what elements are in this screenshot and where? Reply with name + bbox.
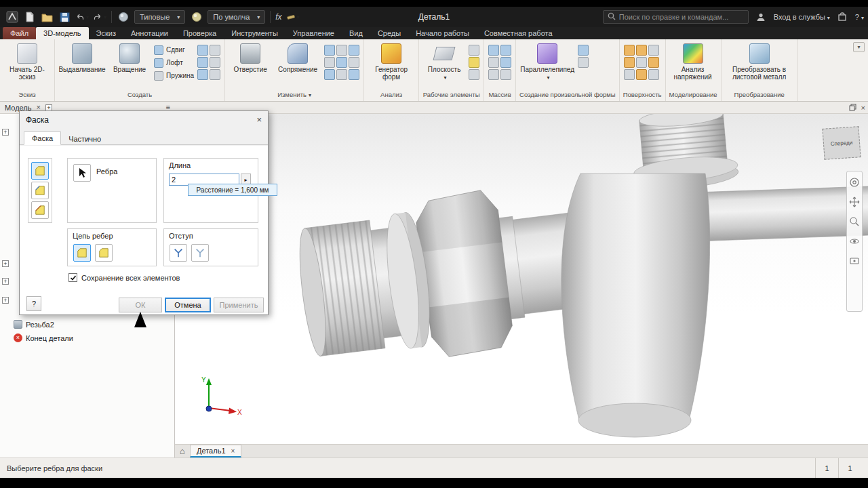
group-label-modify[interactable]: Изменить (227, 91, 361, 101)
pattern-extra2-icon[interactable] (500, 69, 511, 80)
trim-icon[interactable] (648, 45, 659, 56)
patch-icon[interactable] (636, 45, 647, 56)
tab-manage[interactable]: Управление (285, 27, 342, 39)
derive-icon[interactable] (210, 45, 220, 56)
sketch-pattern-icon[interactable] (500, 57, 511, 68)
start-2d-sketch-button[interactable]: Начать 2D-эскиз (4, 42, 50, 81)
convert-sheet-metal-button[interactable]: Преобразовать в листовой металл (726, 42, 793, 81)
zoom-icon[interactable] (849, 216, 860, 228)
tab-inspect[interactable]: Проверка (176, 27, 224, 39)
stitch-icon[interactable] (624, 45, 635, 56)
tab-collaborate[interactable]: Совместная работа (477, 27, 560, 39)
part-model[interactable] (175, 114, 868, 444)
loft-button[interactable]: Лофт (154, 57, 194, 68)
surface-extra2-icon[interactable] (636, 69, 647, 80)
pan-icon[interactable] (849, 197, 860, 209)
tab-environments[interactable]: Среды (370, 27, 408, 39)
orbit-icon[interactable] (849, 236, 860, 248)
fillet-button[interactable]: Сопряжение (275, 42, 321, 73)
shape-generator-button[interactable]: Генератор форм (368, 42, 414, 81)
move-body-icon[interactable] (349, 69, 359, 80)
dialog-tab-partial[interactable]: Частично (61, 133, 108, 145)
store-icon[interactable] (836, 11, 849, 24)
shell-icon[interactable] (336, 45, 347, 56)
app-logo-icon[interactable] (5, 11, 18, 24)
appearance-icon[interactable] (190, 11, 203, 24)
pattern-extra-icon[interactable] (488, 69, 499, 80)
dialog-help-button[interactable]: ? (26, 296, 41, 311)
measure-icon[interactable] (287, 11, 300, 24)
coil-button[interactable]: Пружина (154, 70, 194, 81)
extrude-button[interactable]: Выдавливание (59, 42, 105, 73)
freeform-box-button[interactable]: Параллелепипед (520, 42, 574, 81)
dialog-close-icon[interactable] (256, 115, 262, 124)
select-edges-button[interactable] (73, 164, 91, 182)
cancel-button[interactable]: Отмена (165, 298, 211, 312)
setback-on-button[interactable] (170, 244, 187, 262)
open-folder-icon[interactable] (41, 11, 54, 24)
help-search-box[interactable] (603, 10, 749, 24)
surface-extra3-icon[interactable] (648, 69, 659, 80)
delete-face-icon[interactable] (336, 69, 347, 80)
undo-icon[interactable] (76, 11, 89, 24)
hole-button[interactable]: Отверстие (229, 42, 271, 73)
sign-in-button[interactable]: Вход в службы (774, 13, 830, 21)
tab-view[interactable]: Вид (342, 27, 370, 39)
tree-item-end-of-part[interactable]: Конец детали (14, 333, 73, 342)
close-tab-icon[interactable] (231, 447, 235, 455)
tab-3d-model[interactable]: 3D-модель (36, 27, 88, 39)
tree-expand-icon[interactable] (2, 297, 9, 304)
close-document-icon[interactable]: × (861, 104, 865, 112)
revolve-button[interactable]: Вращение (108, 42, 151, 73)
unwrap-icon[interactable] (197, 69, 208, 80)
freeform-extra-icon[interactable] (578, 45, 589, 56)
freeform-extra2-icon[interactable] (578, 57, 589, 68)
tab-tools[interactable]: Инструменты (224, 27, 285, 39)
split-icon[interactable] (324, 69, 335, 80)
tree-expand-icon[interactable] (2, 129, 9, 136)
full-navigation-wheel-icon[interactable] (849, 177, 860, 189)
chain-edges-button[interactable] (73, 244, 91, 262)
extend-icon[interactable] (636, 57, 647, 68)
decal-icon[interactable] (210, 57, 220, 68)
mirror-icon[interactable] (488, 57, 499, 68)
setback-off-button[interactable] (191, 244, 209, 262)
stress-analysis-button[interactable]: Анализ напряжений (670, 42, 716, 81)
single-edge-button[interactable] (95, 244, 113, 262)
tab-get-started[interactable]: Начало работы (408, 27, 477, 39)
help-menu-button[interactable]: ? (855, 13, 864, 21)
chamfer-icon[interactable] (324, 45, 335, 56)
import-icon[interactable] (210, 69, 220, 80)
plane-button[interactable]: Плоскость (423, 42, 465, 81)
look-at-icon[interactable] (849, 256, 860, 268)
dialog-titlebar[interactable]: Фаска (20, 111, 268, 129)
tree-expand-icon[interactable] (2, 278, 9, 285)
sweep-button[interactable]: Сдвиг (154, 44, 194, 56)
tree-expand-icon[interactable] (2, 260, 9, 267)
save-icon[interactable] (58, 11, 71, 24)
new-file-icon[interactable] (23, 11, 36, 24)
chamfer-distance-mode-button[interactable] (31, 162, 49, 180)
circular-pattern-icon[interactable] (500, 45, 511, 56)
tab-annotations[interactable]: Аннотации (123, 27, 176, 39)
tab-sketch[interactable]: Эскиз (89, 27, 123, 39)
tree-item-thread[interactable]: Резьба2 (14, 320, 54, 329)
redo-icon[interactable] (94, 11, 106, 24)
emboss-icon[interactable] (197, 45, 208, 56)
ok-button[interactable]: ОК (119, 298, 162, 312)
ucs-icon[interactable] (469, 69, 479, 80)
document-tab[interactable]: Деталь1 (190, 445, 241, 458)
material-icon[interactable] (117, 11, 130, 24)
tab-file[interactable]: Файл (3, 27, 36, 39)
point-icon[interactable] (469, 57, 479, 68)
surface-extra-icon[interactable] (624, 69, 635, 80)
combine-icon[interactable] (336, 57, 347, 68)
preserve-features-checkbox[interactable]: Сохранение всех элементов (68, 273, 180, 282)
ruled-surface-icon[interactable] (648, 57, 659, 68)
search-input[interactable] (619, 13, 744, 21)
appearance-dropdown[interactable]: По умолча (208, 10, 265, 24)
thread-icon[interactable] (324, 57, 335, 68)
viewcube[interactable]: Спереди (822, 126, 861, 160)
dialog-tab-chamfer[interactable]: Фаска (24, 131, 61, 145)
draft-icon[interactable] (349, 45, 359, 56)
